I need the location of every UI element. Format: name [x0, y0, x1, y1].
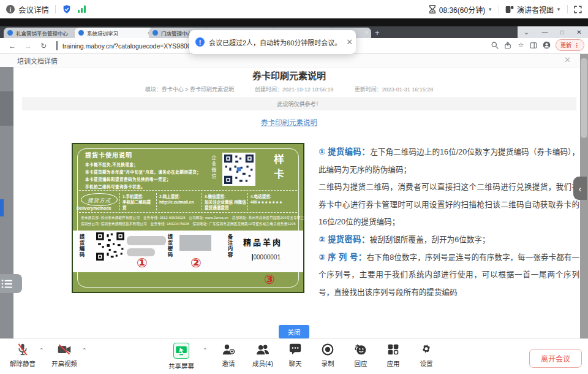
browser-update-chip[interactable]: 更新⋮: [556, 39, 584, 51]
shared-screen-frame: [0, 18, 588, 26]
view-mode-caret-icon[interactable]: ▼: [556, 7, 561, 12]
toast-info-icon: !: [195, 37, 205, 47]
mic-muted-icon: [17, 343, 29, 356]
card-method-4: 4.电话提货:400★★★★★★★: [251, 194, 300, 205]
explanation-text: ① 提货编码：左下角二维码边上的16位/20位数字为提货编码（券卡编码），此编码…: [318, 143, 579, 301]
mic-options-caret[interactable]: ⌃: [39, 347, 44, 353]
hourglass-icon: [429, 5, 436, 13]
invite-icon: [222, 343, 235, 356]
card-field-password: 提货密码: [166, 234, 173, 258]
card-method-2: 2.网上提货:http://e.cutmall.cn: [159, 194, 200, 205]
scratch-area: [179, 235, 211, 251]
text-cursor-icon: [252, 254, 253, 261]
card-field-remark: 备注内容: [226, 234, 233, 258]
list-icon: [1, 279, 14, 289]
card-fields-band: 提货编码 ① 提货密码 ② 备注内容: [73, 231, 303, 272]
view-mode-label[interactable]: 演讲者视图: [517, 4, 554, 15]
card-field-code: 提货编码: [78, 234, 85, 258]
mark-3: ③: [264, 273, 275, 286]
new-tab-button[interactable]: +: [375, 28, 380, 37]
start-video-button[interactable]: 开启视频: [47, 343, 82, 368]
reload-icon[interactable]: ↻: [40, 42, 47, 50]
browser-tab-2-active[interactable]: 系统培训学习 ×: [75, 28, 154, 38]
chat-button[interactable]: 聊天: [277, 343, 313, 368]
share-options-caret[interactable]: ⌃: [203, 347, 208, 353]
meta-created: 创建时间：2021-10-12 10:56:19: [255, 85, 334, 93]
chat-icon: [288, 343, 302, 356]
settings-gear-icon: [420, 343, 432, 356]
meeting-limit-toast: ! 会议已超过2人，自动转为60分钟限时会议。 ✕: [189, 30, 356, 54]
mark-1: ①: [137, 256, 148, 269]
leave-meeting-button[interactable]: 离开会议: [529, 349, 582, 368]
document-link[interactable]: 券卡印刷元素说明: [0, 117, 578, 127]
profile-avatar-icon[interactable]: [543, 41, 551, 49]
card-company-line: 金禾通总部: 苏州金禾通软件有限公司 业务专线: 0512-69636028 公…: [81, 215, 307, 220]
video-options-caret[interactable]: ⌃: [82, 347, 87, 353]
document-title: 券卡印刷元素说明: [0, 69, 578, 82]
layout-icon: [505, 6, 514, 13]
side-panel-icon[interactable]: [530, 41, 538, 49]
members-icon: [255, 343, 270, 356]
modal-title: 培训文档详情: [17, 56, 58, 66]
card-wechat-label: 企业微信: [210, 155, 217, 180]
meeting-info-icon[interactable]: i: [6, 5, 15, 13]
page-content: 培训文档详情 ✕ 券卡印刷元素说明 模块：券卡中心 > 券卡印刷元素说明 创建时…: [0, 53, 588, 338]
scrollbar-thumb[interactable]: [581, 58, 587, 138]
window-maximize-icon[interactable]: □: [560, 29, 564, 36]
catalog-toggle-button[interactable]: [0, 274, 22, 293]
tab-close-icon[interactable]: ×: [365, 29, 368, 36]
card-sample-label: 样卡: [270, 154, 285, 183]
timer-caret-icon[interactable]: ▼: [488, 7, 492, 12]
security-shield-icon[interactable]: [62, 4, 72, 14]
tab-favicon: [153, 30, 158, 36]
wechat-qr-code: [222, 153, 255, 186]
record-icon: [322, 343, 334, 356]
blurred-code: [127, 236, 166, 245]
notice-bar: 此说明仅供参考！: [22, 97, 576, 110]
mark-2: ②: [190, 256, 202, 269]
collapse-panel-handle[interactable]: ‹: [573, 177, 587, 200]
card-method-3: 3.微信提货:加关注企业微信 用微信提货通道提货: [205, 194, 246, 210]
unmute-button[interactable]: 解除静音: [5, 343, 40, 368]
browser-tab-1[interactable]: 礼盒营销平台管理中心 ×: [4, 28, 81, 38]
divider: [499, 5, 499, 13]
voucher-card-image: 提货卡使用说明 本卡概不挂失,不兑换现金； 本卡提货期为本年度"月中旬至"月底，…: [72, 143, 304, 293]
pickup-qr-code: [96, 232, 124, 261]
bookmark-star-icon[interactable]: ☆: [517, 41, 525, 49]
window-minimize-icon[interactable]: —: [541, 29, 548, 36]
fullscreen-icon[interactable]: [574, 6, 582, 13]
close-document-button[interactable]: 关闭: [279, 325, 309, 338]
zoom-page-icon[interactable]: [491, 41, 499, 49]
camera-muted-icon: [57, 343, 72, 356]
members-button[interactable]: 成员(4): [245, 343, 281, 368]
card-delivery-subtitle: Deliverymethods: [77, 206, 111, 210]
network-signal-icon[interactable]: [78, 6, 86, 13]
card-usage-line: 本卡概不挂失,不兑换现金；: [85, 161, 138, 167]
modal-header: 培训文档详情 ✕: [0, 53, 588, 67]
lock-icon[interactable]: [56, 42, 58, 50]
apps-icon: [387, 343, 399, 356]
card-method-1: 1.手机提货:手机拍二维码提货: [123, 194, 154, 210]
card-delivery-title: 提货方式: [81, 193, 118, 206]
forward-icon[interactable]: →: [24, 42, 32, 50]
modal-close-icon[interactable]: ✕: [564, 55, 571, 64]
tab-search-icon[interactable]: ⌄: [524, 29, 529, 36]
invite-button[interactable]: 邀请: [211, 343, 246, 368]
card-serial-number: 00000001: [252, 254, 281, 261]
document-meta: 模块：券卡中心 > 券卡印刷元素说明 创建时间：2021-10-12 10:56…: [0, 85, 578, 93]
toast-close-icon[interactable]: ✕: [346, 37, 353, 47]
card-usage-line: 本卡提货期为本年度"月中旬至"月底，请务必在此期间提货；: [85, 169, 201, 175]
share-screen-icon: [173, 343, 189, 359]
share-page-icon[interactable]: [504, 41, 512, 49]
apps-button[interactable]: 应用: [375, 343, 411, 368]
share-screen-button[interactable]: 共享屏幕: [164, 343, 199, 370]
card-company-line: 深圳分公司: 深圳金禾通网络技术有限公司 业务专线: 18923475028 深…: [81, 221, 296, 226]
card-remark-text: 精品羊肉: [243, 236, 282, 248]
meeting-timer: 08:36(60分钟): [439, 4, 485, 15]
window-close-icon[interactable]: ✕: [576, 29, 581, 36]
reaction-button[interactable]: 回应: [343, 343, 379, 368]
back-icon[interactable]: ←: [9, 42, 16, 50]
card-usage-line: 本卡提货编码和提货密码为兑换的唯一凭证；: [85, 176, 171, 182]
settings-button[interactable]: 设置: [409, 343, 444, 368]
record-button[interactable]: 录制: [310, 343, 345, 368]
